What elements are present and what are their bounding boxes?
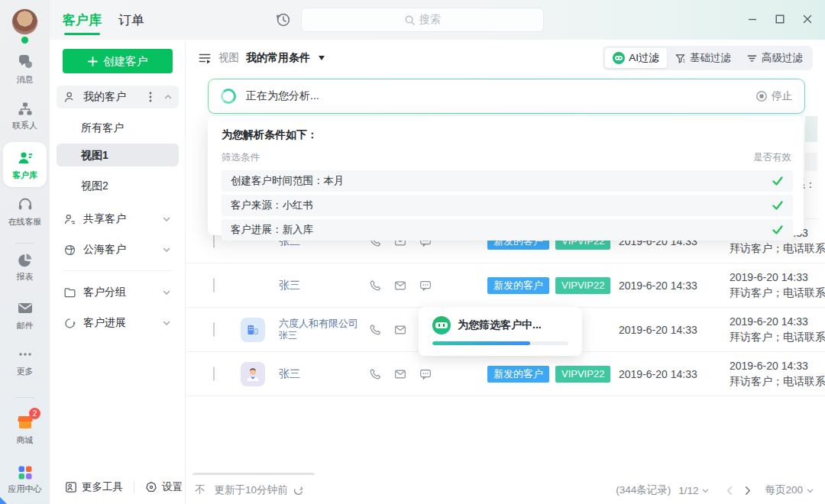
filtering-toast: 为您筛选客户中... bbox=[419, 307, 582, 356]
user-avatar[interactable] bbox=[12, 9, 37, 34]
created-time: 2019-6-20 14:33 bbox=[586, 368, 697, 380]
rail-item-customer-lib[interactable]: 客户库 bbox=[3, 142, 47, 187]
chevron-up-icon[interactable] bbox=[163, 92, 173, 102]
updated-text: 更新于10分钟前 bbox=[215, 483, 288, 497]
followup-note: 拜访客户；电话联系： bbox=[730, 330, 825, 345]
maximize-icon[interactable] bbox=[775, 14, 785, 24]
email-icon[interactable] bbox=[393, 367, 407, 381]
email-icon[interactable] bbox=[393, 279, 407, 292]
page-indicator: 1/12 bbox=[678, 485, 698, 496]
followup-note: 拜访客户；电话联系： bbox=[730, 286, 825, 301]
gear-icon bbox=[145, 481, 157, 493]
chevron-down-icon[interactable] bbox=[162, 318, 171, 328]
view-value-dropdown[interactable]: 我的常用条件 bbox=[246, 51, 310, 65]
rail-item-label: 更多 bbox=[0, 366, 50, 377]
minimize-icon[interactable] bbox=[747, 14, 758, 24]
caret-down-icon[interactable] bbox=[319, 56, 325, 60]
main-toolbar: 视图 我的常用条件 AI过滤 基础过滤 高级过滤 bbox=[186, 40, 825, 76]
chevron-down-icon[interactable] bbox=[162, 245, 171, 254]
page-size-selector[interactable]: 每页200 bbox=[765, 483, 814, 497]
check-icon bbox=[772, 224, 784, 236]
view-label: 视图 bbox=[218, 51, 239, 65]
sidebar-group-my-customers[interactable]: 我的客户 bbox=[57, 86, 179, 108]
sidebar-group-label: 客户进展 bbox=[83, 316, 126, 330]
rail-item-label: 联系人 bbox=[0, 120, 50, 131]
customer-sidebar: 创建客户 我的客户 所有客户 视图1 视图2 共享客户 bbox=[50, 40, 186, 504]
page-selector[interactable]: 1/12 bbox=[678, 485, 710, 496]
filter-tab-ai[interactable]: AI过滤 bbox=[605, 48, 667, 68]
close-icon[interactable] bbox=[802, 14, 813, 24]
globe-icon bbox=[63, 244, 76, 257]
history-icon[interactable] bbox=[275, 11, 292, 28]
chat-bubble-icon[interactable] bbox=[419, 367, 432, 381]
view-list-icon[interactable] bbox=[198, 51, 212, 65]
followup-note: 拜访客户；电话联系： bbox=[730, 374, 825, 389]
chevron-down-icon[interactable] bbox=[162, 215, 171, 224]
create-customer-button[interactable]: 创建客户 bbox=[63, 49, 173, 73]
stop-label: 停止 bbox=[772, 89, 792, 103]
rail-item-contacts[interactable]: 联系人 bbox=[0, 101, 50, 131]
ai-parse-popup: 为您解析条件如下： 筛选条件 是否有效 创建客户时间范围：本月 客户来源：小红书… bbox=[208, 116, 804, 235]
popup-col-valid: 是否有效 bbox=[753, 151, 791, 164]
corner-accent bbox=[0, 497, 7, 504]
tab-customer-lib[interactable]: 客户库 bbox=[63, 11, 102, 29]
chevron-down-icon[interactable] bbox=[162, 288, 171, 297]
sidebar-group-customer-progress[interactable]: 客户进展 bbox=[57, 312, 179, 334]
customer-name-link[interactable]: 六度人和有限公司 张三 bbox=[279, 318, 364, 341]
rail-item-more[interactable]: 更多 bbox=[0, 345, 50, 377]
rail-item-reports[interactable]: 报表 bbox=[0, 252, 50, 283]
settings-button[interactable]: 设置 bbox=[145, 480, 183, 494]
sidebar-item-all-customers[interactable]: 所有客户 bbox=[57, 116, 179, 139]
rail-item-messages[interactable]: 消息 bbox=[0, 53, 50, 86]
phone-icon[interactable] bbox=[368, 323, 382, 337]
sidebar-item-view1[interactable]: 视图1 bbox=[57, 144, 179, 166]
spinner-icon bbox=[221, 89, 236, 104]
rail-item-mall[interactable]: 2 商城 bbox=[0, 412, 50, 446]
mall-badge: 2 bbox=[29, 408, 40, 419]
sidebar-group-public-sea[interactable]: 公海客户 bbox=[57, 238, 179, 261]
phone-icon[interactable] bbox=[368, 367, 382, 381]
followup-time: 2019-6-20 14:33 bbox=[730, 315, 825, 330]
chat-bubble-icon[interactable] bbox=[419, 279, 432, 292]
filter-tab-advanced[interactable]: 高级过滤 bbox=[739, 48, 810, 68]
tab-orders[interactable]: 订单 bbox=[118, 11, 144, 29]
row-checkbox[interactable] bbox=[213, 278, 215, 292]
rail-item-app-center[interactable]: 应用中心 bbox=[0, 464, 50, 495]
row-checkbox[interactable] bbox=[213, 234, 215, 248]
next-page-icon[interactable] bbox=[742, 486, 752, 496]
prev-page-icon[interactable] bbox=[725, 486, 735, 496]
top-bar: 客户库 订单 搜索 bbox=[50, 0, 825, 40]
table-row[interactable]: 张三 新发的客户 VIPVIP22 2019-6-20 14:33 2019-6… bbox=[186, 263, 825, 308]
sidebar-group-shared-customers[interactable]: 共享客户 bbox=[57, 208, 179, 231]
refresh-icon[interactable] bbox=[293, 485, 304, 496]
rail-item-online-service[interactable]: 在线客服 bbox=[0, 195, 50, 228]
customer-tag: 新发的客户 bbox=[487, 277, 549, 294]
popup-col-condition: 筛选条件 bbox=[222, 151, 260, 164]
sidebar-group-label: 共享客户 bbox=[83, 212, 126, 226]
stop-button[interactable]: 停止 bbox=[755, 89, 792, 103]
search-input[interactable]: 搜索 bbox=[301, 8, 544, 32]
filter-segmented-control: AI过滤 基础过滤 高级过滤 bbox=[603, 46, 813, 70]
customer-avatar bbox=[241, 362, 265, 386]
rail-item-mail[interactable]: 邮件 bbox=[0, 299, 50, 331]
person-share-icon bbox=[63, 213, 76, 226]
progress-bar bbox=[432, 341, 568, 345]
kebab-menu-icon[interactable] bbox=[145, 91, 156, 103]
page-size-label: 每页200 bbox=[765, 483, 803, 497]
table-row[interactable]: 张三 新发的客户 VIPVIP22 2019-6-20 14:33 2019-6… bbox=[186, 352, 825, 396]
more-tools-button[interactable]: 更多工具 bbox=[65, 480, 123, 494]
phone-icon[interactable] bbox=[368, 279, 382, 292]
customer-name-link[interactable]: 张三 bbox=[279, 367, 364, 381]
row-checkbox[interactable] bbox=[213, 367, 215, 381]
customer-tag: 新发的客户 bbox=[487, 366, 549, 383]
sidebar-group-label: 客户分组 bbox=[83, 286, 126, 299]
sidebar-group-customer-groups[interactable]: 客户分组 bbox=[57, 281, 179, 304]
chevron-down-icon bbox=[806, 486, 814, 495]
settings-label: 设置 bbox=[162, 480, 183, 494]
ai-robot-icon bbox=[432, 316, 451, 334]
filter-tab-basic[interactable]: 基础过滤 bbox=[667, 48, 739, 68]
sidebar-item-view2[interactable]: 视图2 bbox=[57, 174, 179, 197]
email-icon[interactable] bbox=[393, 323, 407, 337]
row-checkbox[interactable] bbox=[213, 322, 215, 337]
customer-name-link[interactable]: 张三 bbox=[279, 279, 364, 292]
